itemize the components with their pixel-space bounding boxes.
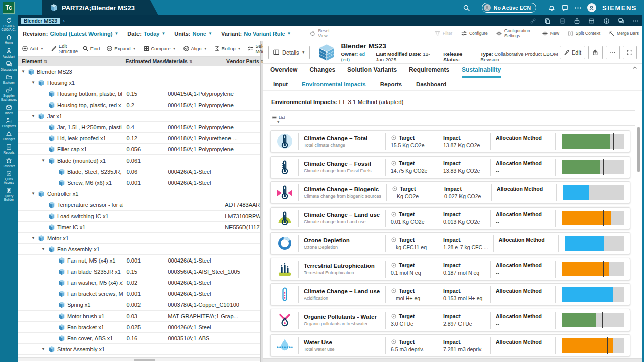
column-header-estimated-mass[interactable]: Estimated Mass⇅ (122, 58, 161, 64)
search-icon[interactable] (463, 4, 470, 12)
revision-select[interactable]: Revision: Global (Latest Working) ▼ (23, 31, 118, 37)
reset-view-button[interactable]: Reset View (309, 29, 330, 38)
collapse-panel-chevron-icon[interactable] (632, 65, 638, 71)
expand-caret-icon[interactable]: ▼ (21, 69, 26, 74)
tab-overview[interactable]: Overview (270, 66, 297, 78)
tree-row[interactable]: ▼Blade (mounted) x10.061 (18, 155, 260, 166)
tree-row[interactable]: Housing top, plastic, red x10.2000415/A;… (18, 99, 260, 111)
tree-row[interactable]: Motor brush x10.03MAT-GRAPHITE/A;1-Grap.… (18, 311, 260, 322)
window-tab[interactable]: PART2/A;Blender MS23 (42, 0, 158, 15)
subtab-reports[interactable]: Reports (380, 81, 402, 87)
toolbar-configure-button[interactable]: Configure (461, 30, 488, 37)
tree-row[interactable]: ▼Fan Assembly x1 (18, 244, 260, 255)
tree-row[interactable]: Fan cover, ABS x10.16000351/A;1-ABS (18, 333, 260, 344)
column-header-vendor-parts[interactable]: Vendor Parts⇅ (223, 58, 260, 64)
tree-row[interactable]: Screw, M6 (x6) x10.001000426/A;1-Steel (18, 177, 260, 188)
tree-row[interactable]: ▼Stator Assembly x1 (18, 344, 260, 355)
more-options-icon[interactable] (574, 4, 582, 12)
tree-row[interactable]: Jar, 1.5L, H:250mm, plastic, transpa...0… (18, 122, 260, 133)
impact-card[interactable]: Climate Change – BiogenicClimate change … (270, 181, 630, 203)
tree-row[interactable]: Lid, leak-proofed x10.12000418/A;1-Polyu… (18, 133, 260, 144)
toolbar-merge-bars-button[interactable]: Merge Bars (608, 30, 639, 37)
list-view-button[interactable]: List ▼ (271, 115, 285, 124)
panel-bottom-scroll-strip[interactable] (263, 358, 642, 362)
tree-toolbar-rollup-button[interactable]: Rollup▼ (214, 45, 241, 52)
subtab-environmental-impacts[interactable]: Environmental Impacts (302, 81, 366, 87)
breadcrumb-chip[interactable]: Blender MS23 (21, 18, 60, 24)
expand-caret-icon[interactable]: ▼ (41, 158, 46, 163)
vertical-scrollbar[interactable] (637, 127, 640, 319)
tree-row[interactable]: Fan bracket x10.025000426/A;1-Steel (18, 322, 260, 333)
impact-card[interactable]: Organic Pollutants - WaterOrganic pollut… (270, 309, 630, 331)
open-export-icon[interactable] (574, 18, 580, 24)
tree-row[interactable]: Temperature sensor - for alarm x1ADT7483… (18, 199, 260, 211)
document-icon[interactable] (559, 18, 566, 24)
sidebar-item-inbox[interactable]: Inbox (0, 104, 18, 115)
tree-row[interactable]: Spring x10.002000378/A;1-Copper_C10100 (18, 299, 260, 311)
tree-toolbar-edit-structure-button[interactable]: Edit Structure (51, 44, 76, 54)
expand-caret-icon[interactable]: ▼ (31, 236, 36, 240)
tree-row[interactable]: ▼Blender MS23 (18, 66, 260, 77)
impact-card[interactable]: Ozone DepletionOzone DepletionTarget-- k… (270, 232, 630, 254)
scrollbar-thumb[interactable] (637, 127, 640, 172)
impact-card[interactable]: Climate Change – FossilClimate change fr… (270, 156, 630, 178)
more-options-icon[interactable] (632, 18, 639, 24)
share-button[interactable] (588, 46, 603, 59)
tree-toolbar-compare-button[interactable]: Compare▼ (143, 45, 176, 52)
expand-caret-icon[interactable]: ▼ (31, 114, 36, 118)
table-view-icon[interactable] (588, 18, 595, 24)
tree-row[interactable]: ▼Jar x1 (18, 111, 260, 122)
tab-sustainability[interactable]: Sustainability (462, 66, 501, 78)
sidebar-item-assistant[interactable]: Assistant (0, 47, 18, 58)
tree-row[interactable]: Fan nut, M5 (x4) x10.001000426/A;1-Steel (18, 255, 260, 266)
sidebar-item-discussions[interactable]: Discussions (0, 61, 18, 71)
impact-card[interactable]: Climate Change – TotalTotal climate chan… (270, 130, 630, 152)
tree-toolbar-add-button[interactable]: Add▼ (22, 45, 44, 52)
horizontal-scrollbar[interactable] (18, 357, 260, 361)
variant-select[interactable]: Variant: No Variant Rule ▼ (221, 31, 291, 37)
user-avatar[interactable] (587, 3, 596, 12)
info-icon[interactable] (603, 18, 610, 24)
tab-requirements[interactable]: Requirements (409, 66, 449, 78)
subtab-dashboard[interactable]: Dashboard (416, 81, 446, 87)
fullscreen-button[interactable] (623, 46, 637, 59)
toolbar-new-button[interactable]: New (542, 30, 559, 37)
tree-row[interactable]: ▼Housing x1 (18, 77, 260, 88)
tree-row[interactable]: Timer IC x1NE556D(111277) (18, 222, 260, 233)
teamcenter-logo[interactable]: Tc (3, 2, 15, 14)
tree-row[interactable]: Load switching IC x1LM73100RPWR(11 (18, 211, 260, 222)
scrollbar-thumb[interactable] (134, 359, 155, 361)
tree-toolbar-find-button[interactable]: Find (82, 45, 100, 52)
link-icon[interactable] (530, 18, 536, 24)
feedback-chat-icon[interactable] (561, 4, 569, 12)
sort-icon[interactable]: ⇅ (44, 59, 48, 64)
column-header-element[interactable]: Element⇅ (18, 58, 122, 64)
tree-toolbar-expand-button[interactable]: Expand▼ (106, 45, 136, 52)
tree-row[interactable]: Housing bottom, plastic, black x10.15000… (18, 88, 260, 99)
sidebar-item-quick-access[interactable]: Quick Access (0, 170, 18, 184)
impact-card[interactable]: Water UseTotal water useTarget6.5 m3 dep… (270, 334, 630, 356)
units-select[interactable]: Units: None ▼ (174, 31, 212, 37)
expand-caret-icon[interactable]: ▼ (41, 247, 46, 251)
ecn-status-badge[interactable]: No Active ECN (482, 3, 536, 13)
notifications-bell-icon[interactable] (548, 4, 556, 12)
sort-icon[interactable]: ⇅ (189, 59, 193, 64)
edit-button[interactable]: Edit (560, 46, 585, 59)
impact-card[interactable]: Climate Change – Land useAcidificationTa… (270, 283, 630, 305)
toolbar-configuration-settings-button[interactable]: Configuration Settings (496, 29, 534, 38)
tree-row[interactable]: Fan blade S235JR x10.15000356/A;1-AISI_S… (18, 266, 260, 277)
date-select[interactable]: Date: Today ▼ (127, 31, 165, 37)
expand-caret-icon[interactable]: ▼ (41, 347, 46, 351)
impact-card[interactable]: Terrestrial EutrophicationTerrestrial Eu… (270, 258, 630, 280)
expand-caret-icon[interactable]: ▼ (31, 80, 36, 85)
tree-row[interactable]: ▼Motor x1 (18, 233, 260, 244)
discussions-icon[interactable] (618, 18, 624, 24)
subtab-input[interactable]: Input (273, 81, 288, 87)
tab-changes[interactable]: Changes (309, 66, 335, 78)
expand-caret-icon[interactable]: ▼ (31, 191, 36, 196)
tab-solution-variants[interactable]: Solution Variants (347, 66, 397, 78)
sidebar-item-explorer[interactable]: Explorer (0, 74, 18, 84)
column-header-materials[interactable]: Materials⇅ (161, 58, 223, 64)
sidebar-item-open-item[interactable]: P3-003-0100/A;C.. (0, 17, 18, 31)
tree-row[interactable]: ▼Controller x1 (18, 188, 260, 199)
